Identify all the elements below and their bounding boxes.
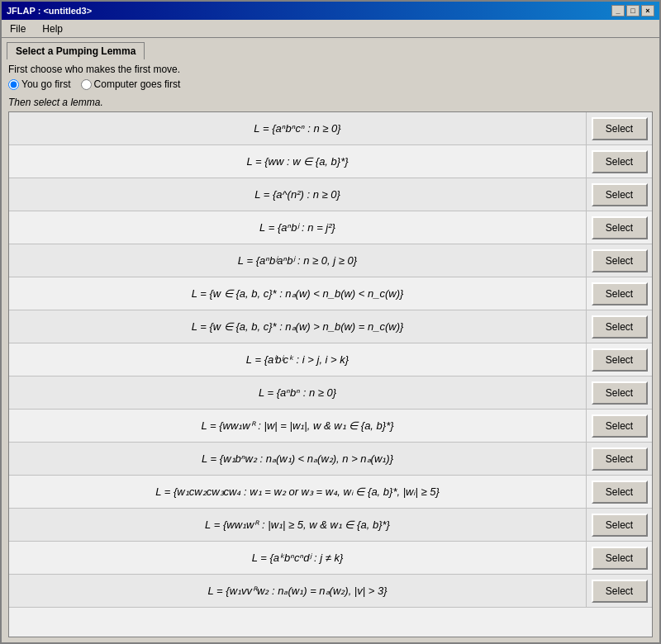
lemma-btn-cell: Select: [586, 145, 652, 178]
menu-bar: File Help: [2, 20, 659, 38]
window-controls: _ □ ×: [611, 5, 654, 17]
lemma-btn-cell: Select: [586, 244, 652, 277]
select-button-11[interactable]: Select: [592, 481, 648, 504]
lemma-list: L = {aⁿbⁿcⁿ : n ≥ 0}SelectL = {ww : w ∈ …: [8, 111, 653, 637]
lemma-row: L = {w ∈ {a, b, c}* : nₐ(w) > n_b(w) = n…: [9, 310, 652, 343]
then-select-label: Then select a lemma.: [8, 97, 653, 108]
lemma-formula: L = {w ∈ {a, b, c}* : nₐ(w) > n_b(w) = n…: [9, 310, 586, 343]
select-button-1[interactable]: Select: [592, 150, 648, 173]
menu-file[interactable]: File: [5, 21, 31, 36]
lemma-formula: L = {ww₁wᴿ : |w| = |w₁|, w & w₁ ∈ {a, b}…: [9, 410, 586, 442]
tab-select-pumping-lemma[interactable]: Select a Pumping Lemma: [7, 42, 145, 59]
first-move-description: First choose who makes the first move.: [8, 64, 653, 75]
select-button-13[interactable]: Select: [592, 547, 648, 570]
lemma-row: L = {ww₁wᴿ : |w| = |w₁|, w & w₁ ∈ {a, b}…: [9, 410, 652, 443]
lemma-btn-cell: Select: [586, 277, 652, 310]
radio-you-go-first-label: You go first: [21, 78, 71, 90]
lemma-row: L = {w₁cw₂cw₃cw₄ : w₁ = w₂ or w₃ = w₄, w…: [9, 476, 652, 509]
menu-help[interactable]: Help: [37, 21, 68, 36]
lemma-row: L = {a^(n²) : n ≥ 0}Select: [9, 178, 652, 211]
select-button-14[interactable]: Select: [592, 580, 648, 603]
lemma-btn-cell: Select: [586, 575, 652, 607]
first-move-section: First choose who makes the first move. Y…: [8, 64, 653, 93]
lemma-formula: L = {aⁿbⁿcⁿ : n ≥ 0}: [9, 112, 586, 144]
lemma-row: L = {aⁿbʲaⁿbʲ : n ≥ 0, j ≥ 0}Select: [9, 244, 652, 277]
radio-computer-goes-first[interactable]: Computer goes first: [81, 78, 181, 90]
lemma-btn-cell: Select: [586, 343, 652, 376]
lemma-formula: L = {ww : w ∈ {a, b}*}: [9, 145, 586, 178]
select-button-2[interactable]: Select: [592, 183, 648, 206]
lemma-formula: L = {w₁cw₂cw₃cw₄ : w₁ = w₂ or w₃ = w₄, w…: [9, 476, 586, 508]
title-bar: JFLAP : <untitled3> _ □ ×: [2, 2, 659, 20]
lemma-formula: L = {w ∈ {a, b, c}* : nₐ(w) < n_b(w) < n…: [9, 277, 586, 310]
minimize-button[interactable]: _: [611, 5, 625, 17]
lemma-formula: L = {w₁vvᴿw₂ : nₐ(w₁) = nₐ(w₂), |v| > 3}: [9, 575, 586, 607]
select-button-6[interactable]: Select: [592, 315, 648, 339]
lemma-row: L = {w₁vvᴿw₂ : nₐ(w₁) = nₐ(w₂), |v| > 3}…: [9, 575, 652, 608]
lemma-formula: L = {aⁿbⁿ : n ≥ 0}: [9, 376, 586, 409]
radio-group: You go first Computer goes first: [8, 78, 653, 90]
lemma-row: L = {ww : w ∈ {a, b}*}Select: [9, 145, 652, 178]
lemma-btn-cell: Select: [586, 443, 652, 475]
lemma-row: L = {aᵏbⁿcⁿdʲ : j ≠ k}Select: [9, 542, 652, 575]
select-button-8[interactable]: Select: [592, 381, 648, 405]
select-button-5[interactable]: Select: [592, 282, 648, 305]
select-button-10[interactable]: Select: [592, 447, 648, 471]
select-button-0[interactable]: Select: [592, 117, 648, 140]
lemma-btn-cell: Select: [586, 410, 652, 442]
lemma-formula: L = {aⁿbʲ : n = j²}: [9, 211, 586, 244]
lemma-formula: L = {aⁿbʲaⁿbʲ : n ≥ 0, j ≥ 0}: [9, 244, 586, 277]
lemma-btn-cell: Select: [586, 509, 652, 541]
lemma-row: L = {aⁿbⁿ : n ≥ 0}Select: [9, 376, 652, 410]
lemma-formula: L = {aᵏbⁿcⁿdʲ : j ≠ k}: [9, 542, 586, 574]
lemma-row: L = {ww₁wᴿ : |w₁| ≥ 5, w & w₁ ∈ {a, b}*}…: [9, 509, 652, 542]
lemma-btn-cell: Select: [586, 376, 652, 409]
lemma-formula: L = {a^(n²) : n ≥ 0}: [9, 178, 586, 211]
content-area: First choose who makes the first move. Y…: [2, 59, 659, 642]
lemma-btn-cell: Select: [586, 112, 652, 144]
radio-you-go-first-input[interactable]: [8, 79, 19, 90]
close-button[interactable]: ×: [641, 5, 654, 17]
radio-computer-goes-first-label: Computer goes first: [94, 78, 181, 90]
lemma-formula: L = {w₁bⁿw₂ : nₐ(w₁) < nₐ(w₂), n > nₐ(w₁…: [9, 443, 586, 475]
select-button-4[interactable]: Select: [592, 249, 648, 272]
lemma-row: L = {aⁱbʲcᵏ : i > j, i > k}Select: [9, 343, 652, 376]
lemma-btn-cell: Select: [586, 178, 652, 211]
lemma-btn-cell: Select: [586, 211, 652, 244]
select-button-9[interactable]: Select: [592, 414, 648, 438]
select-button-12[interactable]: Select: [592, 514, 648, 537]
lemma-formula: L = {ww₁wᴿ : |w₁| ≥ 5, w & w₁ ∈ {a, b}*}: [9, 509, 586, 541]
lemma-btn-cell: Select: [586, 476, 652, 508]
lemma-btn-cell: Select: [586, 542, 652, 574]
window-title: JFLAP : <untitled3>: [7, 6, 92, 16]
select-button-7[interactable]: Select: [592, 348, 648, 372]
select-button-3[interactable]: Select: [592, 216, 648, 239]
lemma-row: L = {aⁿbⁿcⁿ : n ≥ 0}Select: [9, 112, 652, 145]
lemma-row: L = {w ∈ {a, b, c}* : nₐ(w) < n_b(w) < n…: [9, 277, 652, 310]
lemma-formula: L = {aⁱbʲcᵏ : i > j, i > k}: [9, 343, 586, 376]
lemma-row: L = {aⁿbʲ : n = j²}Select: [9, 211, 652, 244]
main-window: JFLAP : <untitled3> _ □ × File Help Sele…: [0, 0, 661, 644]
lemma-btn-cell: Select: [586, 310, 652, 343]
tab-bar: Select a Pumping Lemma: [2, 38, 659, 59]
radio-computer-goes-first-input[interactable]: [81, 79, 92, 90]
lemma-row: L = {w₁bⁿw₂ : nₐ(w₁) < nₐ(w₂), n > nₐ(w₁…: [9, 443, 652, 476]
maximize-button[interactable]: □: [626, 5, 640, 17]
radio-you-go-first[interactable]: You go first: [8, 78, 71, 90]
